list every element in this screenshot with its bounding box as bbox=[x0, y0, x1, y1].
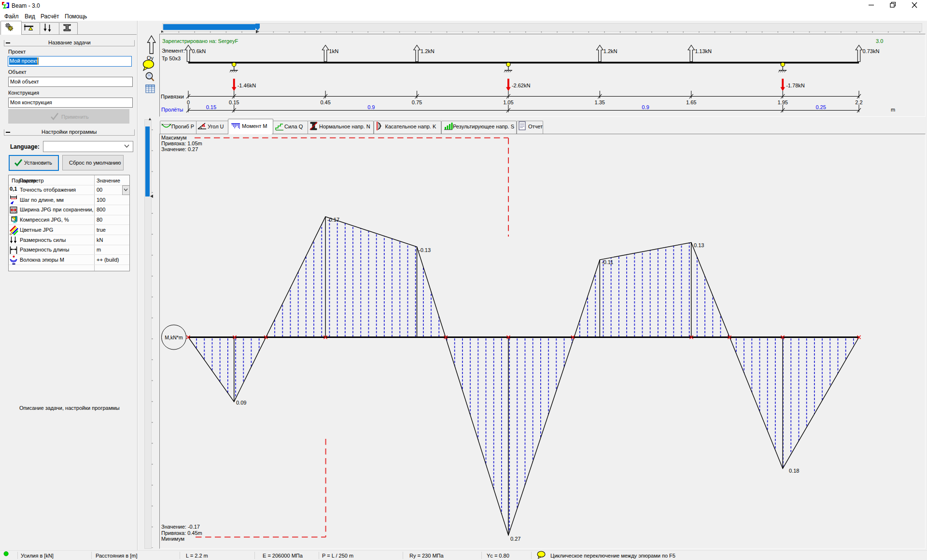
svg-text:0.73kN: 0.73kN bbox=[863, 48, 880, 54]
svg-text:Значение: 0.27: Значение: 0.27 bbox=[161, 146, 198, 152]
svg-text:Пролёты: Пролёты bbox=[161, 107, 183, 112]
svg-text:-1.46kN: -1.46kN bbox=[238, 83, 256, 88]
svg-text:0.45: 0.45 bbox=[320, 99, 330, 105]
svg-text:0.15: 0.15 bbox=[229, 99, 239, 105]
svg-text:Значение: -0.17: Значение: -0.17 bbox=[161, 524, 200, 530]
svg-text:1.2kN: 1.2kN bbox=[421, 48, 435, 54]
svg-text:1.65: 1.65 bbox=[686, 99, 696, 105]
svg-text:-2.62kN: -2.62kN bbox=[512, 83, 531, 88]
svg-text:0.13: 0.13 bbox=[694, 242, 704, 248]
svg-text:0.15: 0.15 bbox=[206, 104, 216, 110]
svg-text:Максимум: Максимум bbox=[161, 135, 187, 140]
svg-text:m: m bbox=[891, 107, 895, 112]
svg-text:-0.17: -0.17 bbox=[327, 217, 339, 223]
svg-text:0.27: 0.27 bbox=[510, 536, 520, 542]
svg-text:0.25: 0.25 bbox=[815, 104, 826, 110]
svg-text:Тр 50х3: Тр 50х3 bbox=[162, 56, 181, 61]
svg-text:Зарегистрировано на: SergeyF: Зарегистрировано на: SergeyF bbox=[162, 38, 238, 44]
svg-text:0.6kN: 0.6kN bbox=[192, 48, 206, 54]
svg-text:M,kN*m: M,kN*m bbox=[165, 335, 183, 340]
svg-text:Привязка: 0.45m: Привязка: 0.45m bbox=[161, 530, 202, 536]
svg-text:-0.11: -0.11 bbox=[602, 259, 613, 265]
svg-text:-0.13: -0.13 bbox=[419, 247, 431, 253]
svg-text:Элемент:: Элемент: bbox=[162, 48, 185, 54]
svg-text:a: a bbox=[202, 122, 206, 128]
svg-text:Привязка: 1.05m: Привязка: 1.05m bbox=[161, 140, 202, 146]
svg-text:Минимум: Минимум bbox=[161, 536, 184, 542]
svg-text:0.9: 0.9 bbox=[367, 104, 375, 110]
svg-text:Привязки: Привязки bbox=[161, 94, 184, 99]
svg-text:0.09: 0.09 bbox=[236, 400, 246, 406]
svg-text:1.2kN: 1.2kN bbox=[604, 48, 618, 54]
svg-text:0.9: 0.9 bbox=[642, 104, 649, 110]
svg-text:0,1: 0,1 bbox=[10, 186, 17, 192]
svg-text:0: 0 bbox=[187, 99, 190, 105]
svg-text:1.13kN: 1.13kN bbox=[695, 48, 712, 54]
svg-text:3.0: 3.0 bbox=[876, 38, 883, 44]
svg-text:2.2: 2.2 bbox=[855, 99, 862, 105]
svg-text:1.05: 1.05 bbox=[503, 99, 513, 105]
svg-text:0.18: 0.18 bbox=[789, 468, 799, 474]
svg-text:-1.78kN: -1.78kN bbox=[786, 83, 805, 88]
svg-text:1.35: 1.35 bbox=[595, 99, 605, 105]
svg-text:0.75: 0.75 bbox=[412, 99, 422, 105]
svg-text:1.95: 1.95 bbox=[777, 99, 787, 105]
svg-text:1kN: 1kN bbox=[329, 48, 339, 54]
